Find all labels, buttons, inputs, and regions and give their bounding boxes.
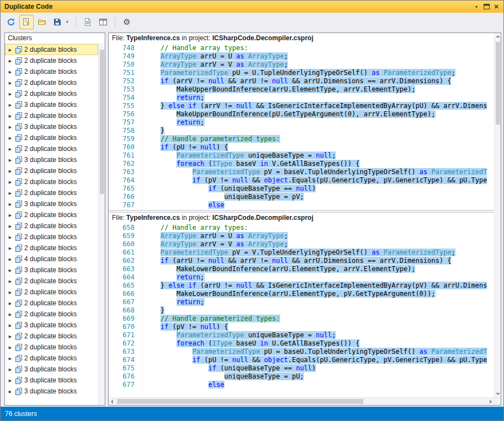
code-line[interactable]: 672 foreach (IType baseU in U.GetAllBase…	[109, 339, 494, 348]
expand-arrow-icon[interactable]: ▶	[7, 136, 13, 140]
cluster-item[interactable]: ▶2 duplicate blocks	[5, 342, 98, 353]
expand-arrow-icon[interactable]: ▶	[7, 246, 13, 250]
cluster-item[interactable]: ▶3 duplicate blocks	[5, 154, 98, 165]
cluster-item[interactable]: ▶3 duplicate blocks	[5, 386, 98, 397]
analyze-button[interactable]	[19, 15, 34, 29]
expand-arrow-icon[interactable]: ▶	[7, 290, 13, 294]
expand-arrow-icon[interactable]: ▶	[7, 202, 13, 206]
code-vertical-scrollbar[interactable]	[494, 33, 501, 397]
cluster-item[interactable]: ▶2 duplicate blocks	[5, 55, 98, 66]
code-line[interactable]: 676 uniqueBaseType = pU;	[109, 373, 494, 381]
cluster-item[interactable]: ▶2 duplicate blocks	[5, 143, 98, 154]
expand-arrow-icon[interactable]: ▶	[7, 357, 13, 360]
settings-button[interactable]: ⚙	[120, 15, 134, 29]
cluster-item[interactable]: ▶3 duplicate blocks	[5, 375, 98, 386]
cluster-item[interactable]: ▶2 duplicate blocks	[5, 176, 98, 187]
cluster-item[interactable]: ▶2 duplicate blocks	[5, 187, 98, 198]
cluster-item[interactable]: ▶2 duplicate blocks	[5, 44, 98, 55]
code-line[interactable]: 667 return;	[109, 298, 494, 306]
scroll-right-arrow-icon[interactable]	[490, 400, 492, 404]
expand-arrow-icon[interactable]: ▶	[7, 390, 13, 393]
cluster-item[interactable]: ▶2 duplicate blocks	[5, 242, 98, 253]
cluster-item[interactable]: ▶2 duplicate blocks	[5, 165, 98, 176]
expand-arrow-icon[interactable]: ▶	[7, 279, 13, 283]
titlebar[interactable]: Duplicate Code ▼ ✕	[1, 1, 503, 13]
cluster-item[interactable]: ▶3 duplicate blocks	[5, 320, 98, 331]
scroll-down-arrow-icon[interactable]	[496, 393, 500, 395]
open-folder-button[interactable]	[35, 15, 49, 29]
code-horizontal-scrollbar[interactable]	[109, 397, 494, 405]
expand-arrow-icon[interactable]: ▶	[7, 312, 13, 316]
save-button[interactable]	[50, 15, 65, 29]
cluster-item[interactable]: ▶2 duplicate blocks	[5, 309, 98, 320]
code-line[interactable]: 755} else if (arrV != null && IsGenericI…	[109, 102, 494, 110]
code-line[interactable]: 675 if (uniqueBaseType == null)	[109, 364, 494, 373]
code-line[interactable]: 752if (arrV != null && arrU != null && a…	[109, 77, 494, 85]
code-line[interactable]: 762 foreach (IType baseV in V.GetAllBase…	[109, 160, 494, 168]
expand-arrow-icon[interactable]: ▶	[7, 158, 13, 162]
code-line[interactable]: 756 MakeUpperBoundInference(pU.GetTypeAr…	[109, 110, 494, 118]
expand-arrow-icon[interactable]: ▶	[7, 334, 13, 338]
cluster-item[interactable]: ▶3 duplicate blocks	[5, 99, 98, 110]
code-line[interactable]: 765 if (uniqueBaseType == null)	[109, 185, 494, 193]
expand-arrow-icon[interactable]: ▶	[7, 191, 13, 195]
code-line[interactable]: 677 else	[109, 381, 494, 389]
code-line[interactable]: 662if (arrU != null && arrV != null && a…	[109, 257, 494, 265]
code-line[interactable]: 663 MakeLowerBoundInference(arrU.Element…	[109, 265, 494, 273]
expand-arrow-icon[interactable]: ▶	[7, 368, 13, 371]
expand-arrow-icon[interactable]: ▶	[7, 379, 13, 382]
code-line[interactable]: 760if (pU != null) {	[109, 143, 494, 152]
cluster-item[interactable]: ▶4 duplicate blocks	[5, 253, 98, 265]
cluster-item[interactable]: ▶2 duplicate blocks	[5, 331, 98, 342]
cluster-item[interactable]: ▶3 duplicate blocks	[5, 121, 98, 132]
code-line[interactable]: 673 ParameterizedType pU = baseU.TupleUn…	[109, 348, 494, 356]
cluster-item[interactable]: ▶2 duplicate blocks	[5, 276, 98, 287]
code-line[interactable]: 664 return;	[109, 273, 494, 282]
cluster-item[interactable]: ▶3 duplicate blocks	[5, 265, 98, 276]
code-line[interactable]: 753 MakeUpperBoundInference(arrU.Element…	[109, 85, 494, 94]
close-button[interactable]: ✕	[491, 2, 501, 11]
code-line[interactable]: 669// Handle parameterized types:	[109, 315, 494, 323]
cluster-item[interactable]: ▶2 duplicate blocks	[5, 231, 98, 242]
code-line[interactable]: 766 uniqueBaseType = pV;	[109, 193, 494, 201]
expand-arrow-icon[interactable]: ▶	[7, 125, 13, 129]
code-line[interactable]: 659ArrayType arrU = U as ArrayType;	[109, 232, 494, 240]
cluster-item[interactable]: ▶2 duplicate blocks	[5, 298, 98, 309]
code-line[interactable]: 749ArrayType arrU = U as ArrayType;	[109, 52, 494, 61]
cluster-item[interactable]: ▶2 duplicate blocks	[5, 287, 98, 298]
code-line[interactable]: 671 ParameterizedType uniqueBaseType = n…	[109, 331, 494, 339]
code-line[interactable]: 748// Handle array types:	[109, 44, 494, 52]
refresh-button[interactable]	[4, 15, 18, 29]
expand-arrow-icon[interactable]: ▶	[7, 346, 13, 349]
code-line[interactable]: 763 ParameterizedType pV = baseV.TupleUn…	[109, 168, 494, 176]
layout-button[interactable]	[96, 15, 110, 29]
expand-arrow-icon[interactable]: ▶	[7, 70, 13, 74]
code-line[interactable]: 754 return;	[109, 94, 494, 102]
expand-arrow-icon[interactable]: ▶	[7, 301, 13, 305]
code-line[interactable]: 757 return;	[109, 118, 494, 127]
report-button[interactable]	[81, 15, 95, 29]
expand-arrow-icon[interactable]: ▶	[7, 92, 13, 96]
expand-arrow-icon[interactable]: ▶	[7, 213, 13, 217]
expand-arrow-icon[interactable]: ▶	[7, 48, 13, 52]
expand-arrow-icon[interactable]: ▶	[7, 268, 13, 272]
cluster-item[interactable]: ▶3 duplicate blocks	[5, 364, 98, 375]
code-line[interactable]: 759// Handle parameterized types:	[109, 135, 494, 143]
cluster-item[interactable]: ▶2 duplicate blocks	[5, 77, 98, 88]
cluster-item[interactable]: ▶2 duplicate blocks	[5, 132, 98, 143]
expand-arrow-icon[interactable]: ▶	[7, 257, 13, 261]
expand-arrow-icon[interactable]: ▶	[7, 323, 13, 327]
code-line[interactable]: 761 ParameterizedType uniqueBaseType = n…	[109, 152, 494, 160]
code-line[interactable]: 660ArrayType arrV = V as ArrayType;	[109, 240, 494, 249]
code-line[interactable]: 670if (pV != null) {	[109, 323, 494, 331]
expand-arrow-icon[interactable]: ▶	[7, 103, 13, 107]
cluster-item[interactable]: ▶2 duplicate blocks	[5, 209, 98, 220]
scrollbar-thumb[interactable]	[496, 42, 500, 125]
code-line[interactable]: 750ArrayType arrV = V as ArrayType;	[109, 61, 494, 69]
cluster-item[interactable]: ▶2 duplicate blocks	[5, 88, 98, 99]
code-line[interactable]: 668}	[109, 306, 494, 315]
expand-arrow-icon[interactable]: ▶	[7, 224, 13, 228]
code-line[interactable]: 767 else	[109, 201, 494, 209]
expand-arrow-icon[interactable]: ▶	[7, 81, 13, 85]
code-area[interactable]: 658// Handle array types:659ArrayType ar…	[109, 223, 494, 397]
